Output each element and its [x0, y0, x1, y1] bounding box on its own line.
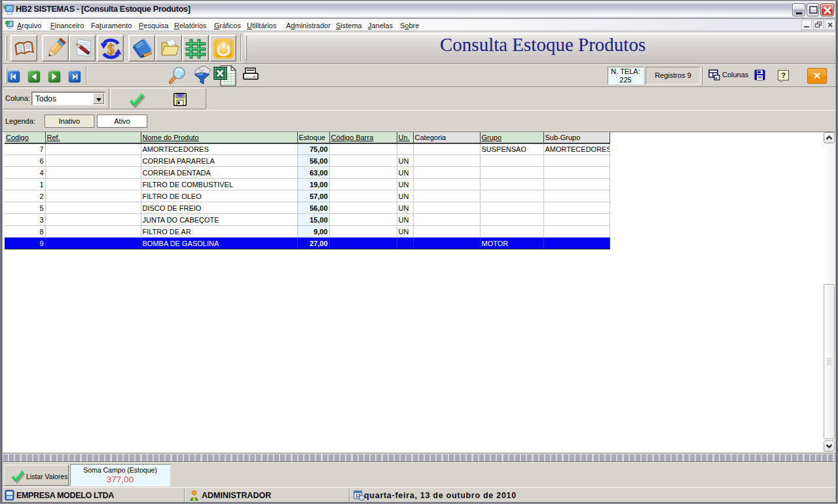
svg-text:?: ? [781, 71, 786, 79]
svg-text:$: $ [107, 41, 115, 58]
